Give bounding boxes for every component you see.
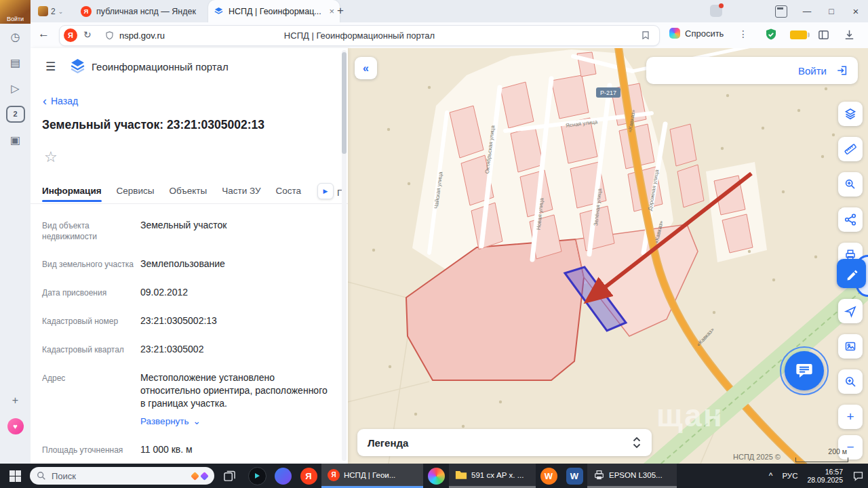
window-minimize-button[interactable]: — xyxy=(795,0,819,22)
tab-services[interactable]: Сервисы xyxy=(117,186,155,196)
window-close-button[interactable]: × xyxy=(844,0,868,22)
field-row: Площадь уточненная 11 000 кв. м xyxy=(42,443,330,456)
messenger-icon[interactable]: 2 xyxy=(0,101,31,127)
chevron-left-icon: ‹ xyxy=(43,96,47,106)
portal-menu-icon[interactable]: ☰ xyxy=(45,60,56,74)
action-center-icon[interactable] xyxy=(852,470,864,482)
screen: Войти ◷ ▤ ▷ 2 ▣ + ♥ 2 ⌄ Я публичная нспд… xyxy=(0,0,868,488)
site-security-icon[interactable] xyxy=(104,30,115,41)
tabs-scroll-button[interactable]: ▶ xyxy=(317,183,334,199)
tab-strip: 2 ⌄ Я публичная нспд — Яндек НСПД | Геои… xyxy=(31,0,868,22)
caret-down-icon: ⌄ xyxy=(193,415,201,428)
zoom-in-button[interactable]: + xyxy=(838,405,863,429)
app-media-icon[interactable] xyxy=(244,464,270,488)
ruler-icon[interactable] xyxy=(838,137,863,161)
taskbar-window-folder[interactable]: 591 сх АР х. ... xyxy=(449,464,536,488)
field-row-address: Адрес Местоположение установлено относит… xyxy=(42,371,330,428)
add-panel-icon[interactable]: + xyxy=(0,388,31,413)
omnibox[interactable]: Я ↻ nspd.gov.ru НСПД | Геоинформационный… xyxy=(59,25,660,46)
share-icon[interactable] xyxy=(838,207,863,232)
tab-counter[interactable]: 2 ⌄ xyxy=(34,3,67,20)
login-label: Войти xyxy=(7,16,24,22)
tab-close-icon[interactable]: × xyxy=(329,6,334,16)
chat-icon xyxy=(795,361,814,380)
favorite-star-icon[interactable]: ☆ xyxy=(44,148,58,166)
legend-bar[interactable]: Легенда xyxy=(357,429,652,456)
tab-yandex-search[interactable]: Я публичная нспд — Яндек xyxy=(74,0,219,22)
ai-spark-icon xyxy=(191,472,199,481)
portal-logo[interactable] xyxy=(68,57,87,75)
chevron-down-icon: ⌄ xyxy=(58,8,64,15)
app-rainbow-icon[interactable] xyxy=(423,464,449,488)
field-row: Кадастровый квартал 23:21:0305002 xyxy=(42,343,330,356)
ai-spark-icon xyxy=(200,472,209,481)
taskbar-window-epson[interactable]: EPSON L305... xyxy=(587,464,677,488)
bookmarks-panel-icon[interactable]: ▤ xyxy=(0,49,31,75)
downloads-icon[interactable] xyxy=(843,28,856,41)
login-arrow-icon xyxy=(836,64,848,77)
tab-nspd-active[interactable]: НСПД | Геоинформац... × xyxy=(208,0,340,22)
tab-parcel-parts[interactable]: Части ЗУ xyxy=(222,186,260,196)
field-row: Дата присвоения 09.02.2012 xyxy=(42,286,330,299)
yandex-button[interactable]: Я xyxy=(64,28,77,42)
panel-collapse-button[interactable]: « xyxy=(355,57,377,79)
panel-scrollbar-thumb[interactable] xyxy=(342,52,347,154)
taskbar-search[interactable]: Поиск xyxy=(30,467,214,485)
screenshot-icon[interactable]: ▣ xyxy=(0,127,31,152)
tab-composition[interactable]: Соста xyxy=(276,186,302,196)
attributes-list: Вид объекта недвижимости Земельный участ… xyxy=(42,219,330,472)
profile-login-tile[interactable]: Войти xyxy=(0,0,31,24)
tab-groups-icon[interactable] xyxy=(775,5,787,18)
extension-icon[interactable] xyxy=(710,5,722,17)
back-button[interactable]: ← xyxy=(38,27,50,41)
zoom-area-icon[interactable] xyxy=(838,369,863,394)
clock[interactable]: 16:57 28.09.2025 xyxy=(807,468,843,485)
folder-icon xyxy=(455,470,467,480)
scale-label: 200 м xyxy=(795,447,847,455)
start-button[interactable] xyxy=(0,464,30,488)
browser-menu-icon[interactable]: ⋮ xyxy=(738,28,748,39)
messenger-badge: 2 xyxy=(6,106,25,123)
tab-information[interactable]: Информация xyxy=(42,186,102,196)
bookmark-flag-icon[interactable] xyxy=(640,30,651,41)
tray-expand-icon[interactable]: ^ xyxy=(769,471,773,481)
map-attribution: НСПД 2025 © xyxy=(733,453,781,461)
video-play-icon[interactable]: ▷ xyxy=(0,75,31,101)
back-link[interactable]: ‹ Назад xyxy=(43,96,78,106)
history-icon[interactable]: ◷ xyxy=(0,24,31,49)
battery-saver-icon[interactable] xyxy=(790,30,807,39)
new-tab-button[interactable]: + xyxy=(337,4,344,18)
task-view-button[interactable] xyxy=(214,464,244,488)
legend-toggle-icon[interactable] xyxy=(632,436,642,449)
ask-ai-button[interactable]: Спросить xyxy=(669,28,724,39)
locate-icon[interactable] xyxy=(838,299,863,323)
window-maximize-button[interactable]: □ xyxy=(819,0,844,22)
ai-sparkle-icon xyxy=(669,28,680,39)
tabs-panel-icon[interactable] xyxy=(817,28,830,41)
app-blue-icon[interactable] xyxy=(270,464,296,488)
app-writer-icon[interactable]: W xyxy=(536,464,561,488)
draw-tool-button-active[interactable] xyxy=(837,259,866,288)
layers-icon[interactable] xyxy=(838,102,863,126)
word-icon[interactable]: W xyxy=(561,464,587,488)
url-text[interactable]: nspd.gov.ru xyxy=(119,30,165,41)
map-canvas[interactable]: Октябрьская улица Ясная улица Чайская ул… xyxy=(348,48,868,464)
chat-support-button[interactable] xyxy=(785,351,824,390)
profile-avatar xyxy=(38,6,48,16)
search-placeholder: Поиск xyxy=(52,471,186,481)
protect-shield-icon[interactable] xyxy=(764,28,778,41)
language-indicator[interactable]: РУС xyxy=(782,472,797,480)
yandex-browser-icon[interactable]: Я xyxy=(296,464,321,488)
windows-icon xyxy=(9,470,21,482)
refresh-icon[interactable]: ↻ xyxy=(83,29,92,40)
object-search-icon[interactable] xyxy=(838,172,863,197)
basemap-image-icon[interactable] xyxy=(838,334,863,359)
system-tray: ^ РУС 16:57 28.09.2025 xyxy=(769,464,864,488)
map-login-bar[interactable]: Войти xyxy=(646,57,858,84)
favorites-heart-icon[interactable]: ♥ xyxy=(0,413,31,439)
printer-icon xyxy=(593,470,605,480)
taskbar-window-nspd[interactable]: Я НСПД | Геои... xyxy=(321,464,423,488)
expand-link[interactable]: Развернуть ⌄ xyxy=(140,415,330,428)
tab-objects[interactable]: Объекты xyxy=(170,186,208,196)
map-watermark: щан xyxy=(656,398,724,433)
